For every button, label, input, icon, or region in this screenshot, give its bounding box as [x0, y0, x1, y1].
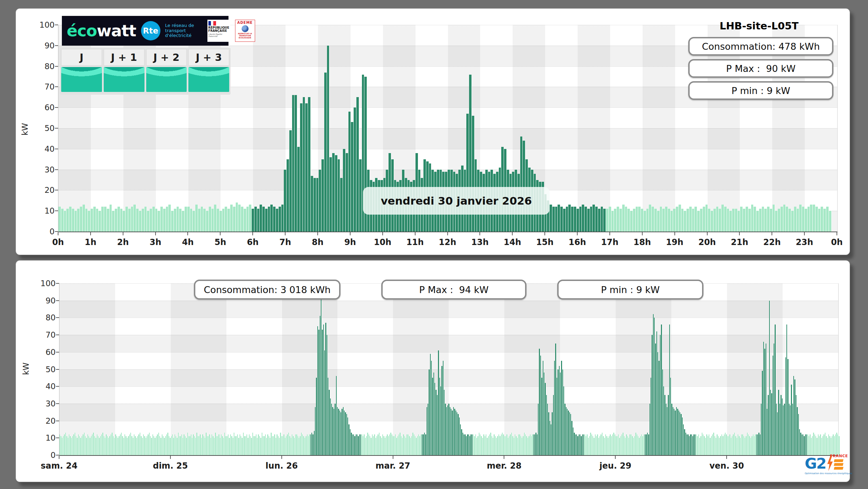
bar [681, 209, 684, 232]
day-button-j1[interactable]: J + 1 [104, 49, 144, 66]
y-tick-label: 70 [45, 82, 55, 91]
x-tick-label: 5h [214, 237, 226, 247]
bar [295, 95, 297, 232]
bar [179, 209, 182, 232]
bar [550, 205, 552, 232]
x-tick-label: 23h [796, 237, 813, 247]
bar [128, 209, 131, 232]
x-tick-label: 11h [406, 237, 423, 247]
bar [579, 207, 582, 232]
bar [88, 211, 91, 232]
bottom-x-axis-ticks [59, 456, 838, 459]
bar [187, 207, 190, 232]
bar [166, 207, 169, 232]
bar [614, 209, 617, 232]
bar [262, 207, 265, 232]
bar [321, 159, 324, 232]
bar [268, 207, 271, 232]
bar [332, 153, 335, 232]
bar [77, 209, 80, 232]
bar [273, 207, 276, 232]
bar [118, 207, 120, 232]
bar [93, 207, 96, 232]
bar [767, 207, 770, 232]
bar [646, 209, 649, 232]
ecowatt-gauge-j1-icon [104, 67, 144, 92]
x-tick-label: lun. 26 [265, 461, 298, 471]
x-tick-label: 7h [279, 237, 291, 247]
republique-francaise-logo: RÉPUBLIQUE FRANÇAISE Liberté Égalité Fra… [207, 20, 230, 42]
bar [660, 207, 663, 232]
weekly-chart-bars [59, 283, 838, 455]
bar [802, 207, 805, 232]
top-y-axis-title: kW [20, 123, 29, 135]
bar [687, 209, 689, 232]
bar [805, 209, 808, 232]
bar [177, 207, 179, 232]
ecowatt-gauge-j3-icon [188, 67, 229, 92]
bar [520, 137, 523, 232]
bar [314, 178, 316, 232]
bar [574, 207, 577, 232]
bar [764, 209, 767, 232]
bar [133, 205, 136, 232]
bar [652, 207, 654, 232]
x-tick-label: 16h [569, 237, 586, 247]
y-tick-label: 20 [45, 186, 55, 195]
day-button-j3[interactable]: J + 3 [188, 49, 229, 66]
bar [673, 209, 676, 232]
g2e-tagline: Optimisation des ressources énergétiques [805, 472, 848, 475]
y-tick-label: 10 [45, 206, 55, 215]
weekly-pmin-stat: P min : 9 kW [557, 280, 703, 300]
bar [598, 209, 601, 232]
ademe-tagline: AGENCE DE LA TRANSITION ÉCOLOGIQUE [235, 33, 255, 39]
x-tick-label: dim. 25 [153, 461, 188, 471]
y-tick-label: 30 [45, 165, 55, 174]
bar [260, 205, 262, 232]
bar [754, 207, 756, 232]
bar [601, 207, 604, 232]
bar [735, 209, 738, 232]
bar [351, 122, 354, 232]
day-button-j2[interactable]: J + 2 [146, 49, 187, 66]
x-tick-label: 2h [117, 237, 129, 247]
top-x-axis-ticks [58, 232, 837, 236]
y-tick-label: 10 [46, 433, 56, 442]
bar [85, 209, 88, 232]
bar [104, 207, 107, 232]
bar [665, 207, 668, 232]
y-tick-label: 60 [46, 348, 56, 357]
weekly-pmax-stat: P Max : 94 kW [381, 280, 526, 300]
x-tick-label: 14h [504, 237, 521, 247]
bar [139, 211, 142, 232]
bar [356, 97, 359, 232]
bar [743, 209, 746, 232]
bar [759, 209, 762, 232]
bar [558, 205, 560, 232]
bar [783, 205, 786, 232]
bar [808, 207, 810, 232]
bar [748, 209, 751, 232]
top-y-axis-labels: 0102030405060708090100 [30, 25, 55, 232]
bar [66, 209, 69, 232]
y-tick-label: 90 [46, 296, 56, 305]
day-button-j[interactable]: J [61, 49, 102, 66]
bar [625, 207, 628, 232]
bar [818, 209, 821, 232]
bar [72, 209, 75, 232]
daily-pmin-stat: P min : 9 kW [688, 81, 833, 100]
bar [265, 209, 268, 232]
bar [203, 209, 206, 232]
x-tick-label: 3h [150, 237, 161, 247]
bar [794, 207, 797, 232]
bar [810, 205, 813, 232]
bar [257, 209, 260, 232]
bar [225, 207, 227, 232]
bar [190, 209, 193, 232]
bar [270, 205, 273, 232]
y-tick-label: 40 [46, 382, 56, 391]
bar [566, 207, 569, 232]
y-tick-label: 20 [46, 416, 56, 425]
bar [241, 207, 244, 232]
bar [826, 207, 829, 232]
